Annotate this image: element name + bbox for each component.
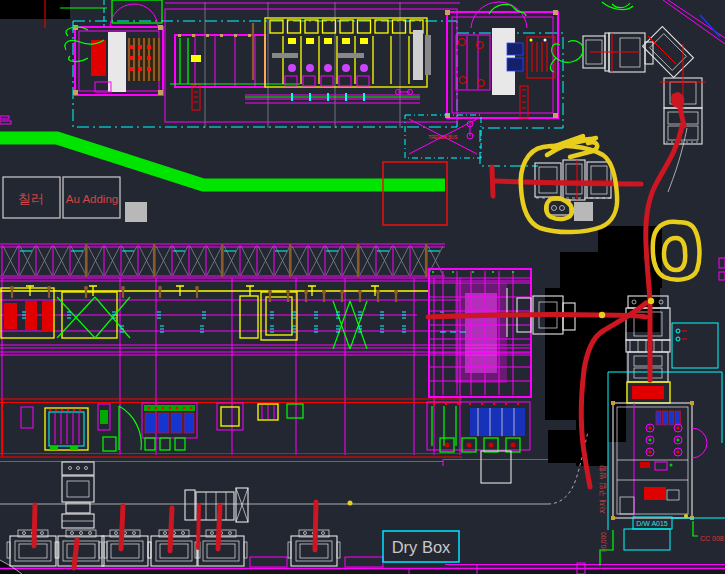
dimension-note: 80,000 [600,532,607,552]
material-direction-note: 자재 구입 방향 [598,464,607,514]
gray-patch-right [574,202,593,221]
gray-patch-left [125,202,147,222]
chiller-label: 칠러 [18,191,44,206]
cad-drawing: TRENCH BUS 칠러 Au Adding [0,0,725,574]
dw-room-code: D/W A015 [636,520,668,527]
cc-code: CC 008 [700,535,724,542]
cad-canvas[interactable]: TRENCH BUS 칠러 Au Adding [0,0,725,574]
dry-box-text: Dry Box [392,538,451,556]
au-adding-label: Au Adding [66,193,118,205]
trench-tag-text: TRENCH BUS [428,135,457,140]
